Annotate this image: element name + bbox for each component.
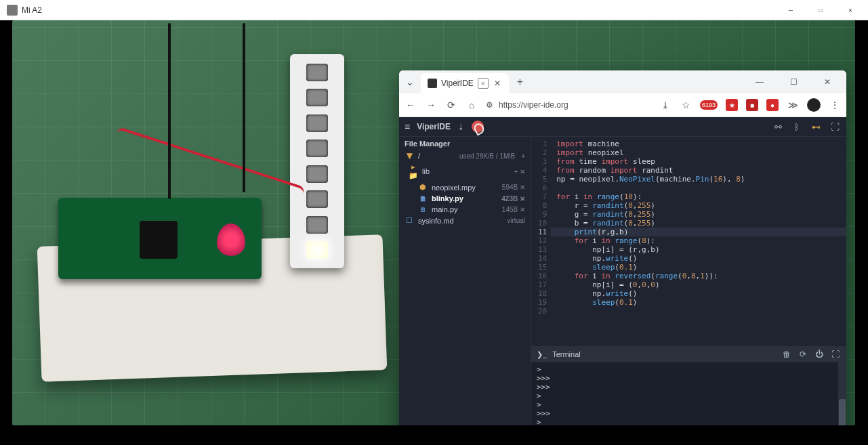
link-icon[interactable]: ⚯ [772, 122, 784, 132]
ide-title: ViperIDE [417, 122, 451, 131]
minimize-button[interactable]: — [776, 0, 806, 20]
url-text: https://viper-ide.org [499, 100, 569, 110]
reader-mode-icon[interactable]: ≡ [478, 78, 489, 89]
terminal-line: >>> [537, 409, 841, 418]
browser-maximize-button[interactable]: ☐ [779, 72, 808, 92]
bluetooth-icon[interactable]: ᛒ [791, 122, 803, 132]
browser-minimize-button[interactable]: — [745, 72, 774, 92]
folder-icon: ⯆ [405, 152, 414, 160]
file-manager-root[interactable]: ⯆ / used 28KiB / 1MiB + [399, 150, 531, 161]
add-icon[interactable]: + [519, 152, 525, 160]
ide-body: File Manager ⯆ / used 28KiB / 1MiB + ▸ 📁… [399, 137, 846, 425]
file-meta: 145B ✕ [502, 206, 525, 213]
file-entry[interactable]: 🗎blinky.py423B ✕ [399, 193, 531, 204]
terminal-line: > [537, 400, 841, 409]
file-entry[interactable]: ▸ 📁lib+ ✕ [399, 161, 531, 182]
browser-tabstrip: ⌄ ViperIDE ≡ ✕ + — ☐ ✕ [399, 70, 846, 93]
download-icon[interactable]: ⭳ [457, 123, 465, 131]
led-strip [290, 54, 344, 268]
url-bar[interactable]: ⚙ https://viper-ide.org [486, 100, 651, 110]
browser-close-button[interactable]: ✕ [812, 72, 842, 92]
editor-panel: 1234567891011121314151617181920 import m… [531, 137, 846, 425]
reload-button[interactable]: ⟳ [445, 100, 457, 110]
menu-icon[interactable]: ≡ [405, 121, 410, 132]
browser-window: ⌄ ViperIDE ≡ ✕ + — ☐ ✕ ← → ⟳ ⌂ ⚙ [399, 70, 846, 425]
extension-icon[interactable]: ■ [746, 99, 758, 111]
file-entry[interactable]: 🗎main.py145B ✕ [399, 204, 531, 215]
terminal-header[interactable]: ❯_ Terminal 🗑 ⟳ ⏻ ⛶ [531, 346, 846, 362]
power-icon[interactable]: ⏻ [814, 349, 825, 359]
tab-favicon [428, 79, 437, 88]
file-name: sysinfo.md [418, 217, 503, 225]
extension-icon[interactable]: ★ [726, 99, 738, 111]
file-manager-panel: File Manager ⯆ / used 28KiB / 1MiB + ▸ 📁… [399, 137, 531, 425]
fullscreen-icon[interactable]: ⛶ [829, 122, 841, 132]
photo-background: ⌄ ViperIDE ≡ ✕ + — ☐ ✕ ← → ⟳ ⌂ ⚙ [12, 20, 855, 425]
extension-badge[interactable]: 6193 [700, 100, 718, 110]
folder-icon: ▸ 📁 [409, 163, 418, 180]
black-wire [243, 23, 245, 192]
bookmark-icon[interactable]: ☆ [680, 100, 692, 110]
usb-icon[interactable]: ⊷ [810, 122, 822, 132]
file-name: main.py [432, 205, 498, 213]
browser-address-bar: ← → ⟳ ⌂ ⚙ https://viper-ide.org ⤓ ☆ 6193… [399, 93, 846, 117]
file-entry[interactable]: ⬢neopixel.mpy594B ✕ [399, 182, 531, 193]
file-name: neopixel.mpy [432, 184, 498, 192]
sys-icon: ☐ [405, 216, 414, 225]
maximize-button[interactable]: ☐ [806, 0, 835, 20]
file-meta: + ✕ [514, 168, 525, 175]
home-button[interactable]: ⌂ [466, 100, 478, 110]
install-app-icon[interactable]: ⤓ [659, 100, 671, 110]
led [306, 140, 328, 157]
file-icon: 🗎 [418, 194, 428, 203]
run-stop-button[interactable] [472, 121, 484, 133]
site-settings-icon[interactable]: ⚙ [486, 100, 493, 110]
terminal-prompt-icon: ❯_ [537, 350, 547, 359]
led [306, 114, 328, 132]
terminal-label: Terminal [552, 350, 581, 358]
app-icon [7, 5, 18, 16]
extensions-menu-icon[interactable]: ≫ [787, 100, 799, 110]
close-button[interactable]: ✕ [835, 0, 865, 20]
clear-terminal-icon[interactable]: 🗑 [781, 349, 792, 359]
browser-tab[interactable]: ViperIDE ≡ ✕ [421, 73, 509, 93]
extension-icon[interactable]: ● [766, 99, 779, 111]
file-icon: 🗎 [418, 205, 428, 213]
file-meta: virtual [507, 217, 525, 224]
code-source[interactable]: import machineimport neopixelfrom time i… [551, 137, 846, 346]
new-tab-button[interactable]: + [513, 76, 527, 88]
terminal-fullscreen-icon[interactable]: ⛶ [830, 349, 841, 359]
cursor-icon: ☟ [456, 79, 461, 88]
terminal-line: >>> [537, 374, 841, 383]
terminal-output[interactable]: >>>>>>>>>>>>>24 54 244 [531, 362, 846, 425]
raspberry-logo [217, 224, 245, 256]
tab-search-button[interactable]: ⌄ [403, 77, 417, 87]
terminal-scrollbar[interactable] [838, 362, 846, 425]
reset-icon[interactable]: ⟳ [798, 349, 808, 359]
terminal-line: >>> [537, 383, 841, 391]
file-manager-heading: File Manager [399, 137, 531, 150]
content-area: ⌄ ViperIDE ≡ ✕ + — ☐ ✕ ← → ⟳ ⌂ ⚙ [0, 20, 868, 445]
file-entry[interactable]: ☐sysinfo.mdvirtual [399, 215, 531, 226]
file-name: blinky.py [432, 194, 497, 203]
usage-label: used 28KiB / 1MiB [459, 152, 515, 160]
forward-button[interactable]: → [425, 100, 437, 110]
scrollbar-thumb[interactable] [839, 399, 846, 425]
viper-ide: ≡ ViperIDE ⭳ ☟ ⚯ ᛒ ⊷ ⛶ File Manager ⯆ [399, 117, 846, 425]
led [306, 216, 328, 234]
code-editor[interactable]: 1234567891011121314151617181920 import m… [531, 137, 846, 346]
file-meta: 423B ✕ [501, 195, 525, 203]
back-button[interactable]: ← [405, 100, 417, 110]
raspberry-pi-pico [58, 198, 262, 279]
led [306, 89, 328, 106]
file-name: lib [422, 167, 510, 175]
terminal-line: > [537, 418, 841, 425]
app-title: Mi A2 [22, 5, 42, 15]
terminal-line: > [537, 391, 841, 400]
tab-close-button[interactable]: ✕ [493, 79, 502, 88]
led [306, 165, 328, 183]
led [306, 64, 328, 81]
profile-avatar[interactable] [807, 98, 821, 112]
module-icon: ⬢ [418, 183, 428, 192]
browser-menu-icon[interactable]: ⋮ [829, 100, 841, 110]
